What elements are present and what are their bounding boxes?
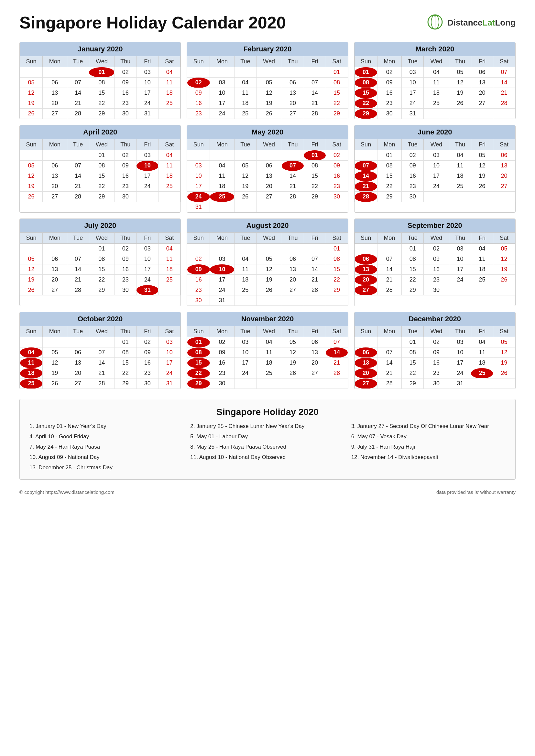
cal-day: [256, 67, 282, 78]
month-header: December 2020: [354, 312, 515, 326]
cal-day: [42, 150, 67, 161]
cal-day: 18: [234, 275, 256, 285]
col-header: Fri: [471, 139, 493, 150]
cal-day: 10: [234, 347, 256, 358]
cal-day: 11: [20, 358, 43, 368]
cal-day: 31: [136, 285, 158, 295]
col-header: Sun: [20, 326, 43, 337]
cal-day: 29: [89, 192, 115, 202]
cal-day: 22: [402, 275, 424, 285]
col-header: Tue: [67, 326, 89, 337]
cal-day: 27: [256, 192, 282, 202]
cal-day: 10: [136, 78, 158, 88]
col-header: Wed: [424, 139, 449, 150]
cal-day: 17: [449, 358, 471, 368]
cal-day: 25: [471, 275, 493, 285]
holiday-item-8: 8. May 25 - Hari Raya Puasa Observed: [190, 443, 345, 451]
cal-day: 22: [326, 98, 348, 109]
month-header: November 2020: [187, 312, 348, 326]
cal-day: 08: [89, 161, 115, 171]
cal-day: 12: [282, 347, 304, 358]
cal-day: [354, 337, 377, 347]
col-header: Wed: [256, 233, 282, 244]
cal-day: 30: [424, 285, 449, 295]
cal-day: [256, 378, 282, 389]
cal-day: 02: [424, 337, 449, 347]
cal-day: 30: [115, 192, 136, 202]
cal-day: 07: [377, 254, 402, 264]
cal-day: 16: [377, 88, 402, 98]
col-header: Sun: [354, 56, 377, 67]
col-header: Sun: [354, 233, 377, 244]
cal-day: 10: [210, 88, 235, 98]
cal-day: 07: [282, 161, 304, 171]
col-header: Sun: [354, 139, 377, 150]
cal-day: 04: [158, 150, 181, 161]
col-header: Tue: [67, 139, 89, 150]
col-header: Thu: [115, 56, 136, 67]
cal-day: 18: [471, 264, 493, 275]
cal-day: 25: [256, 368, 282, 378]
cal-day: 26: [449, 98, 471, 109]
col-header: Wed: [89, 326, 115, 337]
cal-day: 11: [210, 171, 235, 181]
cal-day: 20: [304, 358, 326, 368]
col-header: Fri: [304, 139, 326, 150]
cal-day: 06: [256, 161, 282, 171]
cal-day: 12: [256, 264, 282, 275]
cal-day: 21: [89, 368, 115, 378]
cal-day: 27: [42, 285, 67, 295]
cal-day: 13: [282, 88, 304, 98]
cal-day: [67, 67, 89, 78]
cal-day: 05: [234, 161, 256, 171]
cal-day: 05: [471, 150, 493, 161]
cal-day: 21: [493, 88, 515, 98]
cal-day: 28: [304, 109, 326, 119]
cal-day: [377, 337, 402, 347]
cal-day: 21: [67, 98, 89, 109]
cal-day: 01: [326, 67, 348, 78]
col-header: Mon: [377, 139, 402, 150]
cal-day: 13: [354, 264, 377, 275]
cal-day: 23: [402, 181, 424, 192]
cal-day: [282, 67, 304, 78]
col-header: Sun: [187, 139, 210, 150]
cal-day: 28: [377, 285, 402, 295]
cal-day: 11: [449, 161, 471, 171]
cal-day: [471, 192, 493, 202]
cal-day: 03: [187, 161, 210, 171]
cal-day: 06: [282, 254, 304, 264]
footer-disclaimer: data provided 'as is' without warranty: [436, 489, 516, 495]
holiday-section: Singapore Holiday 2020 1. January 01 - N…: [19, 399, 516, 480]
col-header: Sat: [326, 56, 348, 67]
cal-day: 06: [354, 254, 377, 264]
cal-day: [282, 202, 304, 212]
col-header: Sat: [493, 139, 515, 150]
cal-day: 22: [354, 98, 377, 109]
col-header: Wed: [424, 56, 449, 67]
cal-day: 23: [424, 275, 449, 285]
cal-day: 16: [210, 358, 235, 368]
cal-day: 15: [402, 264, 424, 275]
cal-day: 12: [20, 171, 43, 181]
cal-day: 22: [402, 368, 424, 378]
cal-day: 14: [67, 88, 89, 98]
month-calendar-8: August 2020SunMonTueWedThuFriSat01020304…: [187, 219, 348, 306]
col-header: Sun: [187, 326, 210, 337]
cal-day: 15: [402, 358, 424, 368]
col-header: Thu: [449, 233, 471, 244]
cal-day: 24: [136, 275, 158, 285]
month-header: June 2020: [354, 125, 515, 139]
month-calendar-9: September 2020SunMonTueWedThuFriSat01020…: [354, 219, 516, 306]
col-header: Fri: [304, 233, 326, 244]
month-calendar-1: January 2020SunMonTueWedThuFriSat0102030…: [19, 42, 181, 119]
cal-day: [449, 109, 471, 119]
col-header: Tue: [234, 326, 256, 337]
cal-day: [67, 150, 89, 161]
cal-table: SunMonTueWedThuFriSat0102030405060708091…: [20, 56, 181, 119]
cal-day: 10: [158, 347, 181, 358]
cal-day: 04: [234, 78, 256, 88]
cal-day: [493, 109, 515, 119]
cal-day: 29: [326, 109, 348, 119]
cal-day: 20: [493, 171, 515, 181]
